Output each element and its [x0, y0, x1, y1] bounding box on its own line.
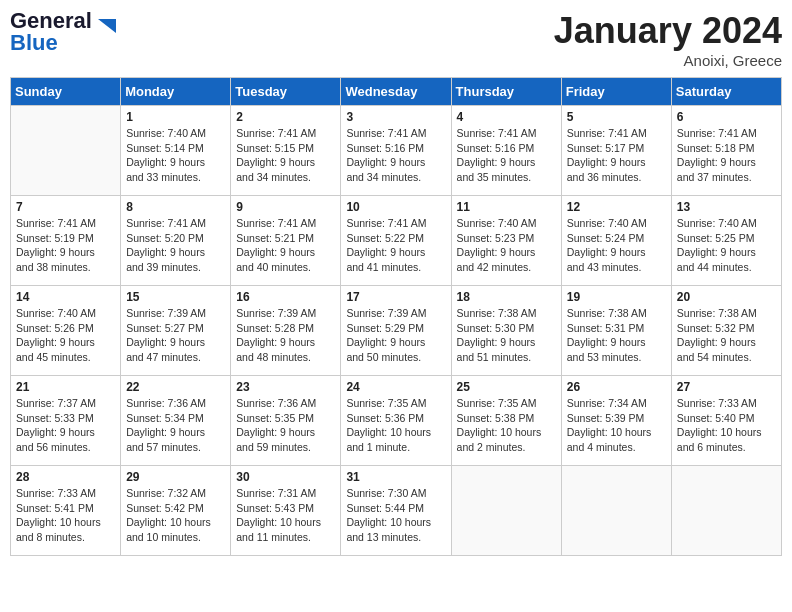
day-info: Sunrise: 7:35 AMSunset: 5:38 PMDaylight:… [457, 396, 556, 455]
day-number: 15 [126, 290, 225, 304]
day-info: Sunrise: 7:41 AMSunset: 5:16 PMDaylight:… [346, 126, 445, 185]
calendar-cell: 17Sunrise: 7:39 AMSunset: 5:29 PMDayligh… [341, 286, 451, 376]
calendar-body: 1Sunrise: 7:40 AMSunset: 5:14 PMDaylight… [11, 106, 782, 556]
weekday-header-thursday: Thursday [451, 78, 561, 106]
day-number: 2 [236, 110, 335, 124]
calendar-cell: 5Sunrise: 7:41 AMSunset: 5:17 PMDaylight… [561, 106, 671, 196]
weekday-header-row: SundayMondayTuesdayWednesdayThursdayFrid… [11, 78, 782, 106]
day-info: Sunrise: 7:36 AMSunset: 5:35 PMDaylight:… [236, 396, 335, 455]
calendar-cell: 22Sunrise: 7:36 AMSunset: 5:34 PMDayligh… [121, 376, 231, 466]
day-info: Sunrise: 7:34 AMSunset: 5:39 PMDaylight:… [567, 396, 666, 455]
day-info: Sunrise: 7:41 AMSunset: 5:22 PMDaylight:… [346, 216, 445, 275]
calendar-cell: 13Sunrise: 7:40 AMSunset: 5:25 PMDayligh… [671, 196, 781, 286]
day-info: Sunrise: 7:41 AMSunset: 5:18 PMDaylight:… [677, 126, 776, 185]
weekday-header-wednesday: Wednesday [341, 78, 451, 106]
day-number: 21 [16, 380, 115, 394]
calendar-cell [671, 466, 781, 556]
calendar-week-5: 28Sunrise: 7:33 AMSunset: 5:41 PMDayligh… [11, 466, 782, 556]
day-info: Sunrise: 7:41 AMSunset: 5:15 PMDaylight:… [236, 126, 335, 185]
day-number: 1 [126, 110, 225, 124]
day-number: 17 [346, 290, 445, 304]
day-number: 13 [677, 200, 776, 214]
day-number: 29 [126, 470, 225, 484]
weekday-header-tuesday: Tuesday [231, 78, 341, 106]
day-number: 4 [457, 110, 556, 124]
svg-marker-0 [98, 19, 116, 33]
day-number: 16 [236, 290, 335, 304]
day-number: 20 [677, 290, 776, 304]
day-info: Sunrise: 7:32 AMSunset: 5:42 PMDaylight:… [126, 486, 225, 545]
day-info: Sunrise: 7:40 AMSunset: 5:24 PMDaylight:… [567, 216, 666, 275]
day-number: 22 [126, 380, 225, 394]
day-number: 25 [457, 380, 556, 394]
calendar-cell: 7Sunrise: 7:41 AMSunset: 5:19 PMDaylight… [11, 196, 121, 286]
day-number: 6 [677, 110, 776, 124]
calendar-cell: 20Sunrise: 7:38 AMSunset: 5:32 PMDayligh… [671, 286, 781, 376]
day-info: Sunrise: 7:38 AMSunset: 5:30 PMDaylight:… [457, 306, 556, 365]
day-info: Sunrise: 7:41 AMSunset: 5:20 PMDaylight:… [126, 216, 225, 275]
weekday-header-friday: Friday [561, 78, 671, 106]
calendar-cell [561, 466, 671, 556]
calendar-cell: 29Sunrise: 7:32 AMSunset: 5:42 PMDayligh… [121, 466, 231, 556]
calendar-table: SundayMondayTuesdayWednesdayThursdayFrid… [10, 77, 782, 556]
day-info: Sunrise: 7:40 AMSunset: 5:23 PMDaylight:… [457, 216, 556, 275]
calendar-cell: 15Sunrise: 7:39 AMSunset: 5:27 PMDayligh… [121, 286, 231, 376]
day-number: 10 [346, 200, 445, 214]
day-number: 19 [567, 290, 666, 304]
day-number: 28 [16, 470, 115, 484]
weekday-header-saturday: Saturday [671, 78, 781, 106]
day-info: Sunrise: 7:39 AMSunset: 5:27 PMDaylight:… [126, 306, 225, 365]
calendar-week-2: 7Sunrise: 7:41 AMSunset: 5:19 PMDaylight… [11, 196, 782, 286]
calendar-cell: 2Sunrise: 7:41 AMSunset: 5:15 PMDaylight… [231, 106, 341, 196]
calendar-cell: 11Sunrise: 7:40 AMSunset: 5:23 PMDayligh… [451, 196, 561, 286]
calendar-week-3: 14Sunrise: 7:40 AMSunset: 5:26 PMDayligh… [11, 286, 782, 376]
day-number: 23 [236, 380, 335, 394]
day-number: 12 [567, 200, 666, 214]
day-info: Sunrise: 7:41 AMSunset: 5:19 PMDaylight:… [16, 216, 115, 275]
logo: GeneralBlue [10, 10, 118, 54]
calendar-cell: 24Sunrise: 7:35 AMSunset: 5:36 PMDayligh… [341, 376, 451, 466]
day-number: 27 [677, 380, 776, 394]
weekday-header-sunday: Sunday [11, 78, 121, 106]
day-info: Sunrise: 7:40 AMSunset: 5:26 PMDaylight:… [16, 306, 115, 365]
day-info: Sunrise: 7:38 AMSunset: 5:32 PMDaylight:… [677, 306, 776, 365]
day-info: Sunrise: 7:40 AMSunset: 5:25 PMDaylight:… [677, 216, 776, 275]
location: Anoixi, Greece [554, 52, 782, 69]
calendar-cell: 1Sunrise: 7:40 AMSunset: 5:14 PMDaylight… [121, 106, 231, 196]
title-block: January 2024 Anoixi, Greece [554, 10, 782, 69]
calendar-cell [451, 466, 561, 556]
calendar-cell: 8Sunrise: 7:41 AMSunset: 5:20 PMDaylight… [121, 196, 231, 286]
day-info: Sunrise: 7:35 AMSunset: 5:36 PMDaylight:… [346, 396, 445, 455]
calendar-cell: 21Sunrise: 7:37 AMSunset: 5:33 PMDayligh… [11, 376, 121, 466]
day-number: 31 [346, 470, 445, 484]
calendar-cell [11, 106, 121, 196]
day-number: 14 [16, 290, 115, 304]
day-number: 11 [457, 200, 556, 214]
day-info: Sunrise: 7:31 AMSunset: 5:43 PMDaylight:… [236, 486, 335, 545]
calendar-cell: 30Sunrise: 7:31 AMSunset: 5:43 PMDayligh… [231, 466, 341, 556]
day-number: 3 [346, 110, 445, 124]
day-info: Sunrise: 7:30 AMSunset: 5:44 PMDaylight:… [346, 486, 445, 545]
logo-text: GeneralBlue [10, 10, 92, 54]
calendar-cell: 3Sunrise: 7:41 AMSunset: 5:16 PMDaylight… [341, 106, 451, 196]
day-info: Sunrise: 7:33 AMSunset: 5:41 PMDaylight:… [16, 486, 115, 545]
calendar-cell: 27Sunrise: 7:33 AMSunset: 5:40 PMDayligh… [671, 376, 781, 466]
logo-icon [96, 15, 118, 37]
page-header: GeneralBlue January 2024 Anoixi, Greece [10, 10, 782, 69]
calendar-week-1: 1Sunrise: 7:40 AMSunset: 5:14 PMDaylight… [11, 106, 782, 196]
calendar-cell: 25Sunrise: 7:35 AMSunset: 5:38 PMDayligh… [451, 376, 561, 466]
day-number: 24 [346, 380, 445, 394]
calendar-cell: 26Sunrise: 7:34 AMSunset: 5:39 PMDayligh… [561, 376, 671, 466]
weekday-header-monday: Monday [121, 78, 231, 106]
calendar-cell: 12Sunrise: 7:40 AMSunset: 5:24 PMDayligh… [561, 196, 671, 286]
day-number: 18 [457, 290, 556, 304]
day-info: Sunrise: 7:37 AMSunset: 5:33 PMDaylight:… [16, 396, 115, 455]
day-info: Sunrise: 7:38 AMSunset: 5:31 PMDaylight:… [567, 306, 666, 365]
calendar-cell: 6Sunrise: 7:41 AMSunset: 5:18 PMDaylight… [671, 106, 781, 196]
calendar-cell: 10Sunrise: 7:41 AMSunset: 5:22 PMDayligh… [341, 196, 451, 286]
calendar-week-4: 21Sunrise: 7:37 AMSunset: 5:33 PMDayligh… [11, 376, 782, 466]
day-number: 8 [126, 200, 225, 214]
day-number: 30 [236, 470, 335, 484]
day-info: Sunrise: 7:41 AMSunset: 5:21 PMDaylight:… [236, 216, 335, 275]
day-info: Sunrise: 7:40 AMSunset: 5:14 PMDaylight:… [126, 126, 225, 185]
